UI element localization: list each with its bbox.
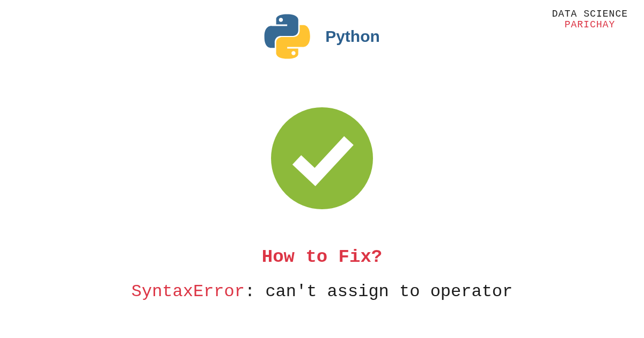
python-label: Python — [325, 27, 380, 46]
heading-text: How to Fix? — [0, 247, 644, 267]
svg-point-0 — [271, 107, 373, 209]
error-name: SyntaxError — [131, 282, 245, 302]
header-section: Python — [264, 13, 380, 60]
brand-logo: DATA SCIENCE PARICHAY — [552, 9, 628, 30]
python-logo-icon — [264, 13, 310, 60]
brand-line2: PARICHAY — [552, 19, 628, 30]
error-message: SyntaxError: can't assign to operator — [0, 282, 644, 302]
checkmark-icon — [271, 107, 373, 209]
error-detail: : can't assign to operator — [245, 282, 513, 302]
brand-line1: DATA SCIENCE — [552, 9, 628, 19]
